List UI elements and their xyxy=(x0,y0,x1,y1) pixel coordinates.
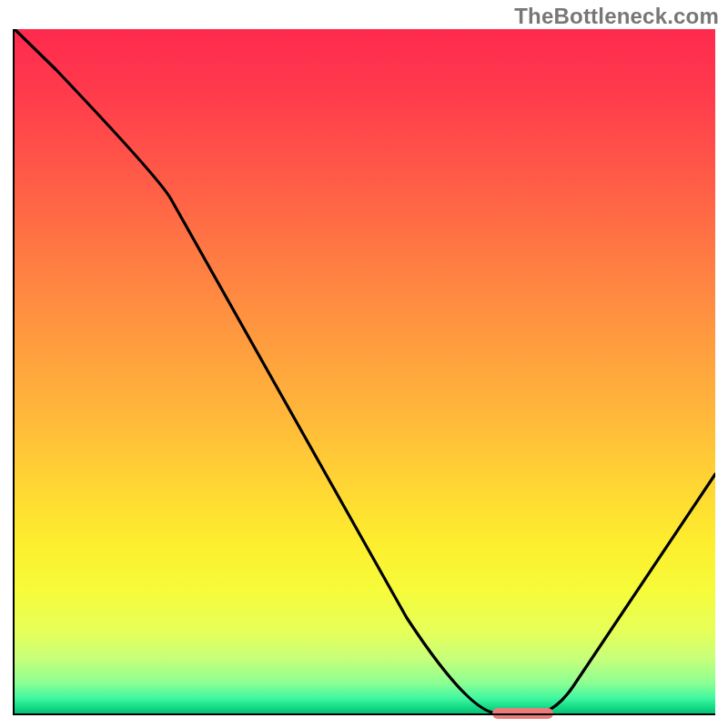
curve-path xyxy=(15,29,715,713)
optimal-range-marker xyxy=(492,708,553,719)
chart-frame: TheBottleneck.com xyxy=(0,0,728,728)
watermark-text: TheBottleneck.com xyxy=(514,4,719,29)
plot-area xyxy=(13,29,715,715)
bottleneck-curve xyxy=(15,29,715,713)
